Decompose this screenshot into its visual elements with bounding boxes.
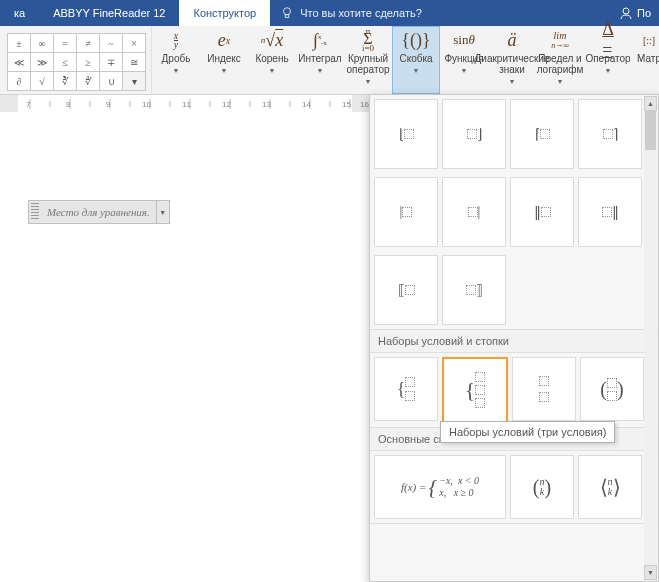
piecewise-option[interactable]: f(x) = { −x, x < 0 x, x ≥ 0	[374, 455, 506, 519]
bracket-option[interactable]: ⌊	[374, 99, 438, 169]
sym[interactable]: ≥	[76, 52, 100, 72]
binom-option[interactable]: ()	[580, 357, 644, 421]
sym[interactable]: ≤	[53, 52, 77, 72]
chevron-down-icon: ▼	[605, 67, 612, 74]
binom-nk-angle[interactable]: ⟨nk⟩	[578, 455, 642, 519]
label: Индекс	[207, 53, 241, 64]
stack-option-2[interactable]	[512, 357, 576, 421]
struct-bracket[interactable]: {()} Скобка▼	[392, 26, 440, 94]
user-area[interactable]: По	[611, 6, 659, 20]
integral-icon: ∫x-x	[313, 29, 327, 51]
struct-accent[interactable]: ä Диакритическиезнаки▼	[488, 26, 536, 94]
binom-nk-paren[interactable]: (nk)	[510, 455, 574, 519]
bracket-option[interactable]: ⟧	[442, 255, 506, 325]
gallery-section-cases: Наборы условий и стопки { { () Наборы ус…	[370, 330, 658, 428]
chevron-down-icon: ▼	[557, 78, 564, 85]
chevron-down-icon: ▼	[173, 67, 180, 74]
struct-integral[interactable]: ∫x-x Интеграл▼	[296, 26, 344, 94]
scroll-down[interactable]: ▼	[644, 565, 657, 580]
bracket-option[interactable]: ⌉	[578, 99, 642, 169]
ribbon: ±∞=≠~× ≪≫≤≥∓≅ ∂√∛∜∪▾ xy Дробь▼ ex Индекс…	[0, 26, 659, 95]
svg-point-2	[623, 8, 629, 14]
struct-index[interactable]: ex Индекс▼	[200, 26, 248, 94]
sym-more[interactable]: ▾	[122, 71, 146, 91]
sym[interactable]: =	[53, 33, 77, 53]
svg-text:15: 15	[342, 100, 351, 109]
chevron-down-icon: ▼	[509, 78, 516, 85]
label: Дробь	[162, 53, 191, 64]
symbol-grid: ±∞=≠~× ≪≫≤≥∓≅ ∂√∛∜∪▾	[4, 30, 147, 92]
struct-bigoperator[interactable]: nΣi=0 Крупныйоператор▼	[344, 26, 392, 94]
struct-matrix[interactable]: [::] Матр	[632, 26, 659, 94]
svg-point-0	[284, 8, 291, 15]
struct-operator[interactable]: Δ= Оператор▼	[584, 26, 632, 94]
ribbon-tabs: ка ABBYY FineReader 12 Конструктор Что в…	[0, 0, 659, 26]
svg-text:14: 14	[302, 100, 311, 109]
svg-text:11: 11	[182, 100, 191, 109]
bracket-option[interactable]: ⌋	[442, 99, 506, 169]
operator-icon: Δ=	[602, 29, 614, 51]
fraction-icon: xy	[174, 29, 178, 51]
label: Матр	[637, 53, 659, 64]
struct-limit[interactable]: limn→∞ Предел илогарифм▼	[536, 26, 584, 94]
sym[interactable]: ≠	[76, 33, 100, 53]
tab-truncated[interactable]: ка	[0, 0, 39, 26]
gallery-section: ⌊ ⌋ ⌈ ⌉ | | ‖ ‖ ⟦ ⟧	[370, 95, 658, 330]
sym[interactable]: ≫	[30, 52, 54, 72]
sym[interactable]: ∂	[7, 71, 31, 91]
equation-placeholder[interactable]: Место для уравнения. ▼	[28, 200, 170, 224]
svg-rect-1	[285, 15, 289, 18]
svg-text:9: 9	[106, 100, 111, 109]
script-icon: ex	[218, 29, 230, 51]
cases-option-3[interactable]: {	[442, 357, 508, 423]
sym[interactable]: ×	[122, 33, 146, 53]
tell-me[interactable]: Что вы хотите сделать?	[270, 6, 432, 20]
bracket-option[interactable]: |	[374, 177, 438, 247]
equation-dropdown[interactable]: ▼	[156, 201, 169, 223]
bracket-option[interactable]: ⟦	[374, 255, 438, 325]
sym[interactable]: ≅	[122, 52, 146, 72]
equation-grip[interactable]	[31, 203, 39, 221]
bracket-option[interactable]: |	[442, 177, 506, 247]
matrix-icon: [::]	[643, 29, 655, 51]
eq-lhs: f(x) =	[401, 481, 426, 493]
label: Оператор	[585, 53, 630, 64]
bracket-option[interactable]: ‖	[578, 177, 642, 247]
user-icon	[619, 6, 633, 20]
cases-option-2[interactable]: {	[374, 357, 438, 421]
function-icon: sin θ	[453, 29, 475, 51]
struct-fraction[interactable]: xy Дробь▼	[152, 26, 200, 94]
struct-root[interactable]: n√x Корень▼	[248, 26, 296, 94]
bracket-gallery: ▲ ▼ ⌊ ⌋ ⌈ ⌉ | | ‖ ‖ ⟦ ⟧ Наборы условий и…	[369, 94, 659, 582]
symbol-group: ±∞=≠~× ≪≫≤≥∓≅ ∂√∛∜∪▾	[0, 26, 152, 94]
svg-text:8: 8	[66, 100, 71, 109]
sym[interactable]: ∛	[53, 71, 77, 91]
accent-icon: ä	[508, 29, 517, 51]
bracket-option[interactable]: ⌈	[510, 99, 574, 169]
label: Скобка	[399, 53, 432, 64]
label: Предел илогарифм	[537, 53, 584, 75]
sym[interactable]: ∓	[99, 52, 123, 72]
chevron-down-icon: ▼	[317, 67, 324, 74]
tab-abbyy[interactable]: ABBYY FineReader 12	[39, 0, 179, 26]
gallery-header: Наборы условий и стопки	[370, 330, 658, 353]
bracket-option[interactable]: ‖	[510, 177, 574, 247]
chevron-down-icon: ▼	[461, 67, 468, 74]
svg-text:7: 7	[26, 100, 31, 109]
sym[interactable]: ~	[99, 33, 123, 53]
equation-text[interactable]: Место для уравнения.	[41, 204, 156, 220]
user-label: По	[637, 7, 651, 19]
lightbulb-icon	[280, 6, 294, 20]
sym[interactable]: ≪	[7, 52, 31, 72]
sym[interactable]: ∪	[99, 71, 123, 91]
limit-icon: limn→∞	[551, 29, 569, 51]
sym[interactable]: ∜	[76, 71, 100, 91]
sym[interactable]: ∞	[30, 33, 54, 53]
tab-design[interactable]: Конструктор	[179, 0, 270, 26]
sym[interactable]: ±	[7, 33, 31, 53]
sum-icon: nΣi=0	[362, 29, 374, 51]
chevron-down-icon: ▼	[413, 67, 420, 74]
chevron-down-icon: ▼	[365, 78, 372, 85]
sym[interactable]: √	[30, 71, 54, 91]
label: Интеграл	[298, 53, 341, 64]
